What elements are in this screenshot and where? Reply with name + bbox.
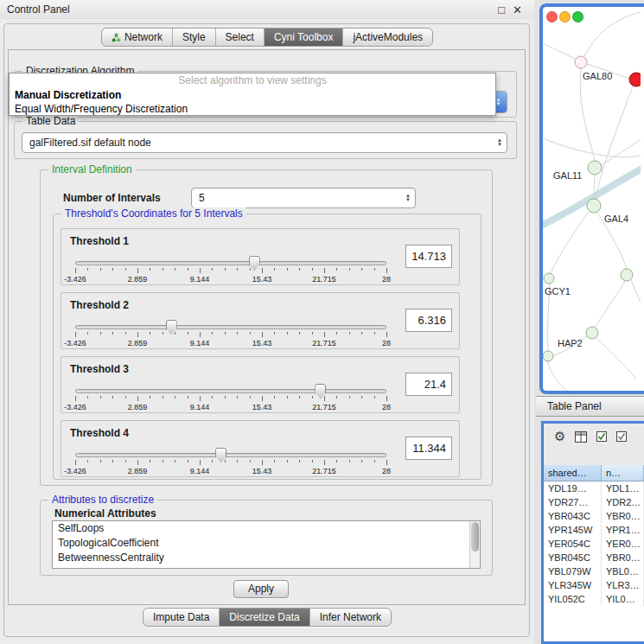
float-panel-icon[interactable]: □ bbox=[498, 3, 505, 16]
slider-tick-labels: -3.4262.8599.14415.4321.71528 bbox=[75, 275, 386, 284]
column-header[interactable]: shared… bbox=[544, 465, 602, 481]
threshold-panel-4: Threshold 4-3.4262.8599.14415.4321.71528… bbox=[61, 420, 460, 477]
network-view-window[interactable]: GAL80GAL11GAL4GCY1HAP2 bbox=[539, 3, 644, 394]
tab-style[interactable]: Style bbox=[172, 29, 215, 46]
table-cell[interactable]: YER0… bbox=[602, 537, 644, 551]
zoom-window-button[interactable] bbox=[572, 11, 583, 22]
combobox-value: 5 bbox=[192, 192, 401, 204]
slider-track[interactable] bbox=[75, 325, 386, 329]
table-row[interactable]: YBR045CYBR0… bbox=[544, 551, 644, 564]
slider-track[interactable] bbox=[75, 389, 386, 393]
slider-track[interactable] bbox=[75, 261, 386, 265]
apply-button[interactable]: Apply bbox=[233, 580, 289, 598]
threshold-value-field[interactable]: 21.4 bbox=[405, 373, 452, 396]
scrollbar-thumb[interactable] bbox=[471, 522, 479, 552]
tick-label: 9.144 bbox=[190, 467, 210, 475]
table-cell[interactable]: YER054C bbox=[544, 537, 602, 551]
table-cell[interactable]: YDL1… bbox=[602, 481, 644, 495]
bottom-tabset: Impute DataDiscretize DataInfer Network bbox=[143, 608, 392, 627]
network-node[interactable] bbox=[629, 73, 641, 86]
table-header-row: shared…n… bbox=[544, 465, 644, 481]
tab-cyni-toolbox[interactable]: Cyni Toolbox bbox=[264, 29, 342, 46]
tick-label: 2.859 bbox=[128, 339, 148, 348]
attribute-item[interactable]: SelfLoops bbox=[53, 521, 480, 536]
network-canvas[interactable]: GAL80GAL11GAL4GCY1HAP2 bbox=[543, 7, 641, 391]
table-row[interactable]: YER054CYER0… bbox=[544, 537, 644, 551]
table-cell[interactable]: YLR345W bbox=[544, 578, 602, 592]
table-cell[interactable]: YDR2… bbox=[602, 495, 644, 509]
attribute-item[interactable]: BetweennessCentrality bbox=[53, 551, 480, 565]
table-panel-window: ⚙ shared…n… YDL19…YDL1…YDR27…YDR2…YBR043… bbox=[541, 421, 644, 644]
table-cell[interactable]: YBL079W bbox=[544, 564, 602, 578]
table-row[interactable]: YPR145WYPR1… bbox=[544, 523, 644, 537]
table-row[interactable]: YDL19…YDL1… bbox=[544, 481, 644, 495]
attribute-item[interactable]: TopologicalCoefficient bbox=[53, 536, 480, 551]
threshold-value-field[interactable]: 6.316 bbox=[405, 309, 452, 332]
table-settings-gear-icon[interactable]: ⚙ bbox=[554, 429, 565, 444]
table-cell[interactable]: YBR0… bbox=[602, 551, 644, 564]
table-cell[interactable]: YIL0… bbox=[602, 592, 644, 606]
network-node[interactable] bbox=[621, 269, 633, 281]
table-cell[interactable]: YDR27… bbox=[544, 495, 602, 509]
list-scrollbar[interactable] bbox=[469, 521, 480, 568]
tab-infer-network[interactable]: Infer Network bbox=[309, 609, 391, 626]
tick-label: 9.144 bbox=[190, 403, 210, 411]
table-cell[interactable]: YLR3… bbox=[602, 578, 644, 592]
close-window-button[interactable] bbox=[546, 11, 558, 22]
threshold-slider[interactable]: -3.4262.8599.14415.4321.71528 bbox=[75, 383, 386, 412]
network-node[interactable] bbox=[575, 56, 587, 68]
close-panel-icon[interactable]: ✕ bbox=[513, 3, 522, 16]
tick-label: 28 bbox=[382, 467, 391, 475]
arrow-down-icon: ▼ bbox=[405, 198, 411, 202]
network-node[interactable] bbox=[586, 327, 598, 339]
table-row[interactable]: YDR27…YDR2… bbox=[544, 495, 644, 509]
tab-jactivemodules[interactable]: jActiveModules bbox=[342, 29, 432, 46]
threshold-panel-1: Threshold 1-3.4262.8599.14415.4321.71528… bbox=[61, 228, 460, 285]
threshold-label: Threshold 3 bbox=[70, 363, 129, 375]
table-row[interactable]: YIL052CYIL0… bbox=[544, 592, 644, 606]
numerical-attributes-list[interactable]: SelfLoopsTopologicalCoefficientBetweenne… bbox=[52, 520, 481, 569]
table-cell[interactable]: YBL0… bbox=[602, 564, 644, 578]
table-cell[interactable]: YIL052C bbox=[544, 592, 602, 606]
tick-label: 28 bbox=[382, 339, 391, 348]
table-cell[interactable]: YBR043C bbox=[544, 509, 602, 523]
table-cell[interactable]: YPR145W bbox=[544, 523, 602, 537]
threshold-slider[interactable]: -3.4262.8599.14415.4321.71528 bbox=[75, 447, 386, 476]
tab-network[interactable]: Network bbox=[102, 29, 172, 46]
table-cell[interactable]: YDL19… bbox=[544, 481, 602, 495]
table-row[interactable]: YLR345WYLR3… bbox=[544, 578, 644, 592]
minimize-window-button[interactable] bbox=[559, 11, 571, 22]
group-title: Interval Definition bbox=[48, 163, 136, 175]
dropdown-option-manual-discretization[interactable]: Manual Discretization bbox=[10, 88, 495, 102]
table-cell[interactable]: YPR1… bbox=[602, 523, 644, 537]
dropdown-option-equal-width[interactable]: Equal Width/Frequency Discretization bbox=[10, 102, 495, 116]
threshold-slider[interactable]: -3.4262.8599.14415.4321.71528 bbox=[75, 319, 386, 348]
tab-impute-data[interactable]: Impute Data bbox=[143, 609, 219, 626]
threshold-value-field[interactable]: 11.344 bbox=[405, 437, 452, 460]
tick-label: 28 bbox=[382, 403, 391, 411]
threshold-value-field[interactable]: 14.713 bbox=[405, 245, 452, 268]
select-all-columns-icon[interactable] bbox=[596, 431, 607, 442]
tick-label: 15.43 bbox=[252, 467, 272, 475]
tab-label: Impute Data bbox=[153, 611, 209, 623]
network-node[interactable] bbox=[588, 161, 602, 175]
table-cell[interactable]: YBR045C bbox=[544, 551, 602, 564]
table-cell[interactable]: YBR0… bbox=[602, 509, 644, 523]
table-body: YDL19…YDL1…YDR27…YDR2…YBR043CYBR0…YPR145… bbox=[544, 481, 644, 606]
column-header[interactable]: n… bbox=[602, 465, 644, 481]
table-row[interactable]: YBL079WYBL0… bbox=[544, 564, 644, 578]
tab-discretize-data[interactable]: Discretize Data bbox=[219, 609, 309, 626]
network-node[interactable] bbox=[543, 351, 553, 361]
tab-select[interactable]: Select bbox=[215, 29, 264, 46]
table-data-combobox[interactable]: galFiltered.sif default node ▲ ▼ bbox=[22, 132, 507, 153]
slider-tick-labels: -3.4262.8599.14415.4321.71528 bbox=[75, 467, 386, 475]
threshold-slider[interactable]: -3.4262.8599.14415.4321.71528 bbox=[75, 255, 386, 284]
network-node[interactable] bbox=[587, 199, 601, 213]
table-row[interactable]: YBR043CYBR0… bbox=[544, 509, 644, 523]
slider-track[interactable] bbox=[75, 453, 386, 457]
network-node[interactable] bbox=[544, 273, 554, 284]
columns-icon[interactable] bbox=[575, 431, 587, 443]
tab-label: jActiveModules bbox=[353, 31, 423, 43]
number-of-intervals-combobox[interactable]: 5 ▲ ▼ bbox=[191, 188, 416, 208]
unselect-all-columns-icon[interactable] bbox=[616, 431, 627, 442]
